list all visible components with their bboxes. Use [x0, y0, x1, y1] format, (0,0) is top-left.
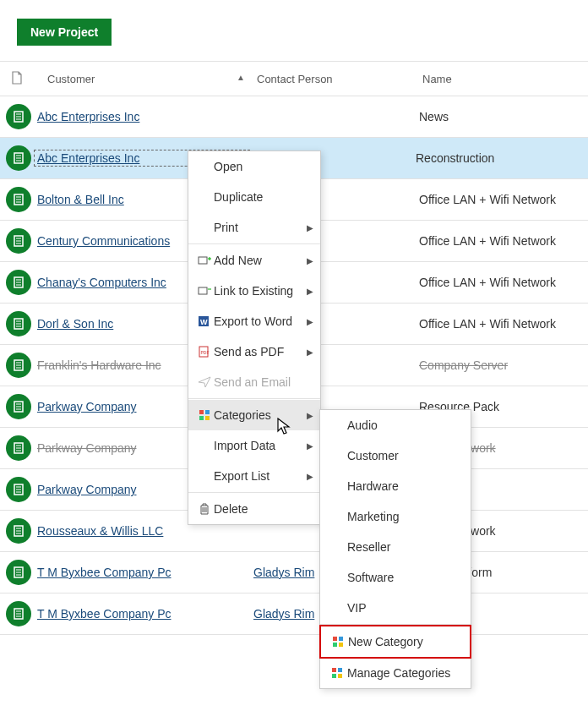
table-header: Customer ▲ Contact Person Name [0, 61, 588, 96]
svg-rect-65 [339, 637, 343, 641]
name-cell: Office LAN + Wifi Network [419, 276, 588, 289]
customer-link[interactable]: Dorl & Son Inc [37, 317, 113, 331]
row-icon-cell [0, 353, 37, 378]
name-cell: Reconstruction [416, 151, 588, 165]
customer-link[interactable]: T M Byxbee Company Pc [37, 607, 171, 621]
svg-text:W: W [200, 318, 208, 326]
submenu-label: Marketing [347, 510, 464, 523]
menu-open[interactable]: Open [188, 151, 320, 182]
project-icon [6, 477, 31, 502]
table-row[interactable]: T M Byxbee Company PcGladys RimServer [0, 593, 588, 635]
menu-print[interactable]: Print ▶ [188, 212, 320, 243]
chevron-right-icon: ▶ [307, 317, 313, 326]
row-icon-cell [0, 560, 37, 585]
row-icon-cell [0, 187, 37, 212]
customer-link[interactable]: Rousseaux & Willis LLC [37, 524, 163, 538]
menu-duplicate[interactable]: Duplicate [188, 182, 320, 212]
svg-rect-66 [333, 643, 337, 647]
submenu-category-item[interactable]: Customer [320, 440, 471, 471]
svg-rect-67 [339, 643, 343, 647]
submenu-manage-categories[interactable]: Manage Categories [320, 658, 471, 688]
menu-categories[interactable]: Categories ▶ [188, 400, 320, 430]
header-col-icon[interactable] [0, 71, 47, 87]
customer-link[interactable]: Franklin's Hardware Inc [37, 358, 161, 372]
menu-export-word[interactable]: W Export to Word ▶ [188, 306, 320, 336]
submenu-label: Customer [347, 449, 464, 462]
categories-icon [328, 635, 348, 648]
name-cell: Office LAN + Wifi Network [419, 234, 588, 248]
customer-link[interactable]: Abc Enterprises Inc [37, 110, 139, 123]
submenu-label: Manage Categories [347, 666, 464, 680]
menu-link-existing[interactable]: Link to Existing ▶ [188, 276, 320, 306]
name-cell: Office LAN + Wifi Network [419, 193, 588, 206]
submenu-category-item[interactable]: Audio [320, 410, 471, 440]
svg-rect-60 [199, 410, 204, 414]
submenu-category-item[interactable]: Reseller [320, 532, 471, 562]
customer-link[interactable]: Bolton & Bell Inc [37, 193, 124, 206]
project-icon [6, 518, 31, 544]
svg-rect-61 [205, 410, 210, 414]
table-row[interactable]: Abc Enterprises IncNews [0, 96, 588, 138]
pdf-icon: PDF [195, 345, 214, 358]
menu-add-new[interactable]: Add New ▶ [188, 245, 320, 276]
svg-rect-68 [332, 668, 336, 672]
send-email-icon [195, 375, 214, 389]
chevron-right-icon: ▶ [307, 472, 313, 481]
row-icon-cell [0, 601, 37, 626]
svg-rect-55 [199, 287, 207, 294]
sort-ascending-icon: ▲ [237, 73, 245, 82]
svg-rect-64 [333, 637, 337, 641]
project-icon [6, 104, 31, 129]
svg-rect-63 [205, 416, 210, 420]
contact-link[interactable]: Gladys Rim [253, 566, 314, 579]
submenu-label: Software [347, 571, 464, 584]
submenu-category-item[interactable]: VIP [320, 593, 471, 623]
svg-rect-71 [338, 674, 342, 678]
row-icon-cell [0, 394, 37, 419]
project-icon [6, 270, 31, 295]
contact-link[interactable]: Gladys Rim [253, 607, 314, 621]
customer-cell: Abc Enterprises Inc [37, 110, 253, 123]
row-icon-cell [0, 228, 37, 254]
header-col-name[interactable]: Name [422, 73, 588, 85]
row-icon-cell [0, 104, 37, 129]
svg-text:PDF: PDF [201, 350, 210, 355]
submenu-category-item[interactable]: Marketing [320, 501, 471, 532]
menu-send-email: Send an Email [188, 367, 320, 397]
customer-link[interactable]: Parkway Company [37, 483, 137, 496]
new-project-button[interactable]: New Project [17, 19, 112, 46]
customer-cell: T M Byxbee Company Pc [37, 566, 253, 579]
submenu-category-item[interactable]: Software [320, 562, 471, 593]
menu-delete[interactable]: Delete [188, 494, 320, 524]
name-cell: Company Server [419, 358, 588, 372]
customer-link[interactable]: Century Communications [37, 234, 170, 248]
header-col-contact[interactable]: Contact Person [257, 73, 422, 85]
chevron-right-icon: ▶ [307, 256, 313, 265]
chevron-right-icon: ▶ [307, 411, 313, 420]
submenu-category-item[interactable]: Hardware [320, 471, 471, 501]
submenu-new-category[interactable]: New Category [321, 626, 470, 657]
table-row[interactable]: T M Byxbee Company PcGladys Rimation Pla… [0, 552, 588, 593]
row-icon-cell [0, 518, 37, 544]
categories-submenu: AudioCustomerHardwareMarketingResellerSo… [319, 409, 471, 689]
row-icon-cell [0, 145, 37, 171]
add-new-icon [195, 254, 214, 267]
categories-icon [327, 666, 347, 680]
customer-link[interactable]: Parkway Company [37, 441, 137, 455]
customer-link[interactable]: Chanay's Computers Inc [37, 276, 166, 289]
customer-cell: T M Byxbee Company Pc [37, 607, 253, 621]
project-icon [6, 311, 31, 336]
customer-link[interactable]: T M Byxbee Company Pc [37, 566, 171, 579]
customer-link[interactable]: Abc Enterprises Inc [37, 151, 139, 165]
menu-send-pdf[interactable]: PDF Send as PDF ▶ [188, 336, 320, 367]
project-icon [6, 187, 31, 212]
header-col-customer[interactable]: Customer ▲ [47, 73, 257, 85]
project-icon [6, 435, 31, 461]
project-icon [6, 601, 31, 626]
header-label-customer: Customer [47, 73, 95, 85]
svg-rect-69 [338, 668, 342, 672]
submenu-label: Audio [347, 418, 464, 432]
customer-link[interactable]: Parkway Company [37, 400, 137, 413]
menu-import-data[interactable]: Import Data ▶ [188, 430, 320, 461]
menu-export-list[interactable]: Export List ▶ [188, 461, 320, 491]
